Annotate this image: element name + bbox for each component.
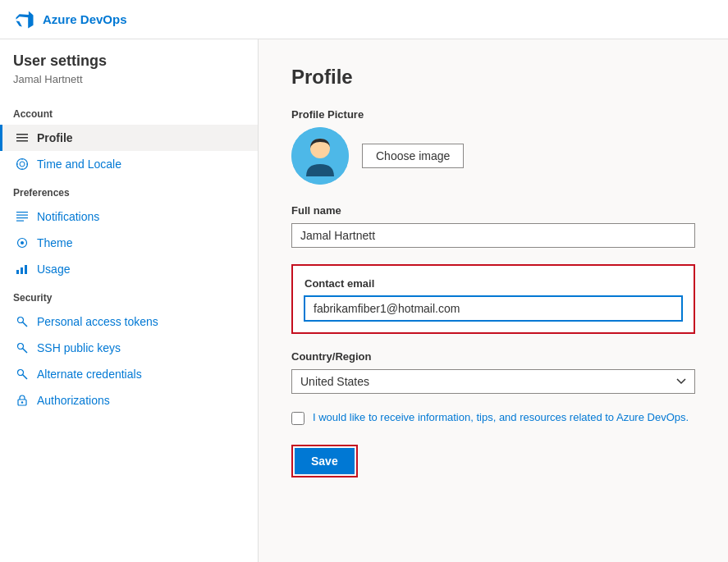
profile-picture-area: Choose image [291,127,695,185]
choose-image-button[interactable]: Choose image [362,144,464,168]
save-button[interactable]: Save [295,448,355,474]
sidebar-item-profile-label: Profile [37,131,73,144]
usage-icon [16,263,29,276]
sidebar-item-time-locale-label: Time and Locale [37,158,121,171]
sidebar-item-usage[interactable]: Usage [0,256,258,282]
country-section: Country/Region United States Canada Unit… [291,350,695,394]
newsletter-checkbox[interactable] [291,412,304,425]
svg-line-20 [23,322,28,327]
contact-email-input[interactable] [304,296,682,321]
sidebar-item-pat[interactable]: Personal access tokens [0,308,258,335]
sidebar-item-usage-label: Usage [37,263,70,276]
sidebar-item-notifications[interactable]: Notifications [0,203,258,230]
sidebar-item-ssh[interactable]: SSH public keys [0,335,258,361]
sidebar-username: Jamal Hartnett [0,73,258,98]
svg-rect-1 [16,134,28,135]
profile-picture-section: Profile Picture Choose image [291,108,695,185]
svg-point-21 [18,344,24,350]
svg-rect-18 [25,265,27,274]
main-content: Profile Profile Picture Ch [259,39,728,562]
save-button-wrapper: Save [291,445,358,477]
svg-rect-3 [16,140,28,142]
svg-rect-12 [16,217,28,218]
svg-rect-11 [16,215,28,216]
newsletter-checkbox-row: I would like to receive information, tip… [291,410,695,425]
full-name-label: Full name [291,204,695,217]
country-label: Country/Region [291,350,695,363]
sidebar-item-theme-label: Theme [37,236,73,249]
full-name-section: Full name [291,204,695,248]
svg-rect-17 [21,267,23,274]
contact-email-label: Contact email [304,277,682,290]
time-locale-icon [16,158,29,171]
svg-rect-16 [16,270,19,274]
svg-rect-2 [16,137,28,139]
sidebar-item-profile[interactable]: Profile [0,125,258,151]
sidebar: User settings Jamal Hartnett Account Pro… [0,39,259,562]
authorizations-icon [16,394,29,407]
sidebar-section-security: Security [0,282,258,308]
newsletter-label: I would like to receive information, tip… [313,410,689,425]
svg-point-4 [17,159,28,170]
sidebar-item-authorizations[interactable]: Authorizations [0,387,258,414]
sidebar-section-account: Account [0,98,258,125]
page-title: Profile [291,66,695,89]
svg-point-19 [18,318,24,323]
sidebar-item-authorizations-label: Authorizations [37,394,110,407]
theme-icon [16,236,29,249]
sidebar-title: User settings [0,53,258,73]
brand-logo[interactable]: Azure DevOps [13,8,127,31]
sidebar-item-notifications-label: Notifications [37,210,99,223]
country-dropdown[interactable]: United States Canada United Kingdom Aust… [291,369,695,394]
pat-icon [16,315,29,328]
svg-rect-10 [16,212,28,212]
sidebar-item-ssh-label: SSH public keys [37,341,121,354]
svg-rect-13 [16,221,24,222]
profile-picture-label: Profile Picture [291,108,695,121]
notifications-icon [16,210,29,223]
main-layout: User settings Jamal Hartnett Account Pro… [0,39,728,562]
contact-email-section: Contact email [291,264,695,334]
sidebar-item-alt-creds[interactable]: Alternate credentials [0,361,258,387]
svg-line-22 [23,349,28,354]
profile-icon [16,131,29,144]
avatar [291,127,349,185]
sidebar-section-preferences: Preferences [0,177,258,203]
full-name-input[interactable] [291,223,695,248]
svg-point-5 [20,162,25,167]
ssh-icon [16,341,29,354]
azure-devops-logo-icon [13,8,36,31]
sidebar-item-pat-label: Personal access tokens [37,315,158,328]
svg-point-26 [21,401,23,403]
top-bar: Azure DevOps [0,0,728,39]
svg-point-23 [18,370,24,376]
sidebar-item-time-locale[interactable]: Time and Locale [0,151,258,177]
alt-creds-icon [16,368,29,381]
svg-line-24 [23,375,28,380]
sidebar-item-alt-creds-label: Alternate credentials [37,368,142,381]
sidebar-item-theme[interactable]: Theme [0,230,258,256]
svg-point-15 [21,241,24,244]
brand-name: Azure DevOps [43,12,127,26]
